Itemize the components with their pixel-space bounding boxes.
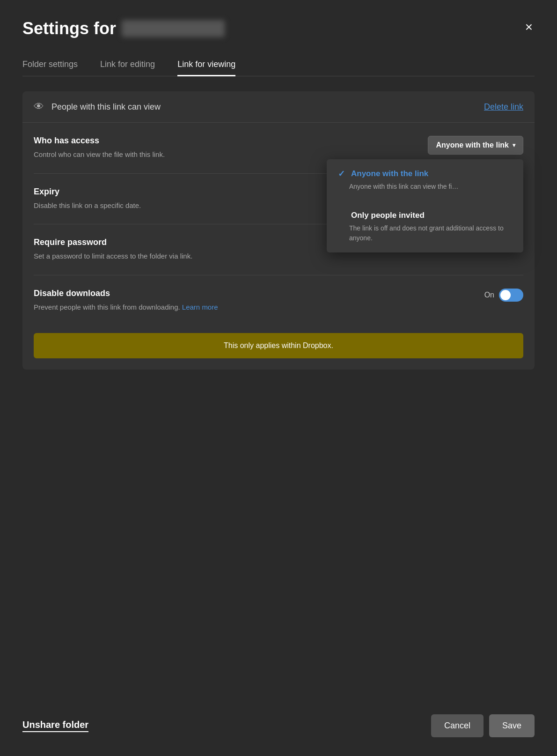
dropdown-option-anyone-header: ✓ Anyone with the link	[338, 169, 512, 179]
dropdown-option-only-invited-header: ✓ Only people invited	[338, 210, 512, 221]
who-has-access-row: Who has access Control who can view the …	[34, 123, 523, 174]
disable-downloads-info: Disable downloads Prevent people with th…	[34, 289, 230, 313]
dropdown-option-anyone-desc: Anyone with this link can view the fi…	[338, 182, 512, 192]
learn-more-link[interactable]: Learn more	[182, 303, 218, 311]
card-body: Who has access Control who can view the …	[22, 123, 535, 326]
checkmark-icon: ✓	[338, 169, 346, 179]
disable-downloads-desc-plain: Prevent people with this link from downl…	[34, 303, 180, 311]
disable-downloads-slider	[499, 289, 523, 302]
card-header: 👁 People with this link can view Delete …	[22, 91, 535, 123]
footer-buttons: Cancel Save	[431, 714, 535, 737]
expiry-title: Expiry	[34, 187, 230, 197]
tab-link-for-editing[interactable]: Link for editing	[100, 54, 155, 76]
who-has-access-title: Who has access	[34, 136, 230, 146]
modal: Settings for × Folder settings Link for …	[0, 0, 557, 756]
chevron-down-icon: ▾	[513, 142, 515, 148]
unshare-folder-button[interactable]: Unshare folder	[22, 719, 88, 732]
delete-link-button[interactable]: Delete link	[484, 102, 523, 112]
access-dropdown-button[interactable]: Anyone with the link ▾	[428, 136, 523, 155]
cancel-button[interactable]: Cancel	[431, 714, 484, 737]
modal-header: Settings for ×	[22, 19, 535, 38]
access-dropdown-label: Anyone with the link	[436, 141, 509, 149]
disable-downloads-toggle[interactable]	[499, 289, 523, 302]
disable-downloads-title: Disable downloads	[34, 289, 230, 298]
card-header-left: 👁 People with this link can view	[34, 101, 161, 113]
dropdown-option-only-invited-desc: The link is off and does not grant addit…	[338, 223, 512, 243]
close-button[interactable]: ×	[523, 19, 535, 36]
title-blurred-filename	[122, 20, 225, 37]
title-text: Settings for	[22, 19, 116, 38]
require-password-title: Require password	[34, 237, 230, 247]
dropdown-option-anyone[interactable]: ✓ Anyone with the link Anyone with this …	[327, 159, 523, 201]
modal-footer: Unshare folder Cancel Save	[22, 696, 535, 737]
require-password-desc: Set a password to limit access to the fo…	[34, 251, 230, 262]
disable-downloads-toggle-label: On	[484, 291, 494, 299]
who-has-access-control: Anyone with the link ▾ ✓ Anyone with the…	[428, 136, 523, 155]
settings-card: 👁 People with this link can view Delete …	[22, 91, 535, 370]
save-button[interactable]: Save	[489, 714, 535, 737]
card-header-text: People with this link can view	[51, 102, 161, 112]
disable-downloads-row: Disable downloads Prevent people with th…	[34, 275, 523, 326]
dropdown-option-only-invited-title: Only people invited	[351, 211, 425, 220]
who-has-access-desc: Control who can view the file with this …	[34, 149, 230, 160]
tab-folder-settings[interactable]: Folder settings	[22, 54, 78, 76]
eye-icon: 👁	[34, 101, 44, 113]
warning-banner: This only applies within Dropbox.	[34, 333, 523, 358]
disable-downloads-control: On	[484, 289, 523, 302]
tabs-bar: Folder settings Link for editing Link fo…	[22, 53, 535, 76]
expiry-info: Expiry Disable this link on a specific d…	[34, 187, 230, 211]
access-dropdown-menu: ✓ Anyone with the link Anyone with this …	[327, 159, 523, 252]
who-has-access-info: Who has access Control who can view the …	[34, 136, 230, 160]
disable-downloads-desc: Prevent people with this link from downl…	[34, 302, 230, 313]
dropdown-option-only-invited[interactable]: ✓ Only people invited The link is off an…	[327, 201, 523, 252]
disable-downloads-knob	[500, 290, 511, 300]
warning-banner-text: This only applies within Dropbox.	[224, 341, 333, 349]
dropdown-option-anyone-title: Anyone with the link	[351, 169, 428, 178]
expiry-desc: Disable this link on a specific date.	[34, 200, 230, 211]
modal-title: Settings for	[22, 19, 225, 38]
require-password-info: Require password Set a password to limit…	[34, 237, 230, 262]
tab-link-for-viewing[interactable]: Link for viewing	[177, 54, 235, 76]
